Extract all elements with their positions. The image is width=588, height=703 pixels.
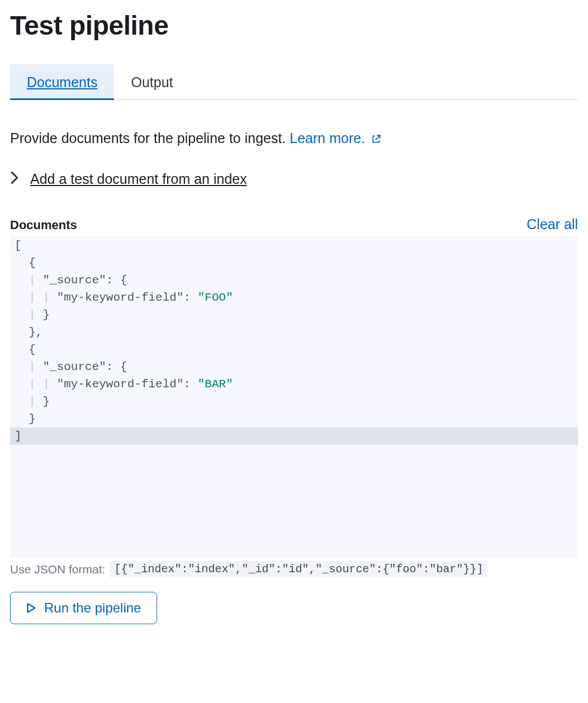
play-icon <box>26 603 36 613</box>
format-hint: Use JSON format: [{"_index":"index","_id… <box>10 561 578 577</box>
run-pipeline-label: Run the pipeline <box>44 600 141 616</box>
add-test-doc-toggle[interactable]: Add a test document from an index <box>10 171 578 187</box>
intro-text: Provide documents for the pipeline to in… <box>10 130 578 148</box>
add-test-doc-label: Add a test document from an index <box>30 171 247 187</box>
page-title: Test pipeline <box>10 10 578 41</box>
tab-bar: Documents Output <box>10 64 578 100</box>
documents-label: Documents <box>10 218 77 232</box>
learn-more-label: Learn more. <box>290 130 365 146</box>
tab-documents[interactable]: Documents <box>10 64 114 99</box>
format-hint-example: [{"_index":"index","_id":"id","_source":… <box>110 561 487 577</box>
intro-static: Provide documents for the pipeline to in… <box>10 130 290 146</box>
chevron-right-icon <box>10 172 19 187</box>
run-pipeline-button[interactable]: Run the pipeline <box>10 592 157 624</box>
format-hint-label: Use JSON format: <box>10 563 105 576</box>
external-link-icon <box>371 131 381 148</box>
clear-all-link[interactable]: Clear all <box>527 216 578 232</box>
documents-editor[interactable]: [ { | "_source": { | | "my-keyword-field… <box>10 236 578 558</box>
learn-more-link[interactable]: Learn more. <box>290 130 381 146</box>
tab-output[interactable]: Output <box>114 64 189 99</box>
documents-header: Documents Clear all <box>10 216 578 232</box>
